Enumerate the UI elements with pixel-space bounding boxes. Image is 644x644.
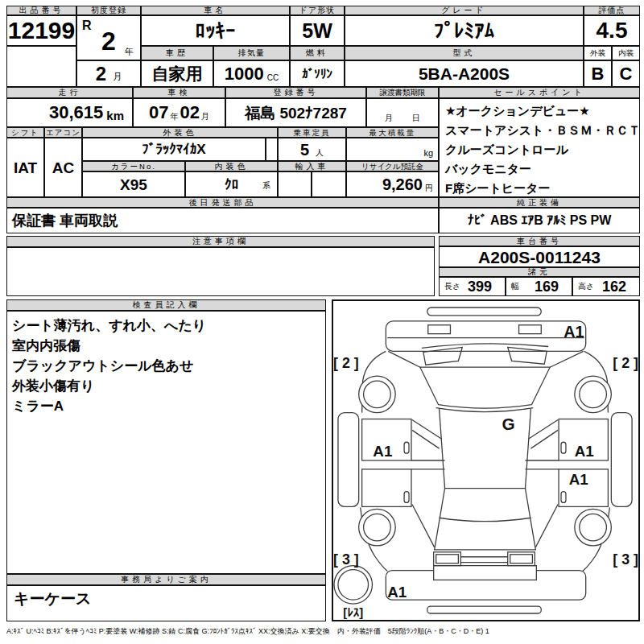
mileage-unit: km	[106, 109, 124, 122]
caution-empty-box	[6, 247, 435, 296]
import-header: 輸入車	[278, 161, 346, 171]
car-name-header: 車名	[141, 6, 290, 15]
fuel-value: ｶﾞｿﾘﾝ	[290, 60, 345, 87]
door-shape-value: 5W	[290, 15, 345, 46]
exterior-grade-value: B	[584, 60, 612, 87]
transfer-day-unit: 日	[412, 114, 420, 122]
inspector-note: ブラックアウトシール色あせ	[12, 356, 193, 376]
inspector-notes-list: シート薄汚れ、すれ小、へたり 室内内張傷 ブラックアウトシール色あせ 外装小傷有…	[6, 311, 326, 574]
capacity-value: 5	[300, 142, 309, 158]
shaken-year: 07	[149, 104, 168, 122]
recycle-deposit-header: リサイクル預託金	[346, 161, 439, 171]
interior-color-header: 内装色	[185, 161, 278, 171]
lot-no-value: 12199	[6, 15, 76, 46]
equipment-header: 純正装備	[439, 197, 640, 208]
displacement-unit: CC	[267, 74, 279, 82]
sales-point: ★オークションデビュー★	[445, 101, 590, 121]
front-left-corner-mark: [ 2 ]	[333, 355, 359, 371]
length-label: 長さ	[444, 283, 460, 291]
inspector-note: シート薄汚れ、すれ小、へたり	[12, 316, 206, 336]
lot-no-empty-cell	[6, 46, 76, 87]
rear-bumper-mark: A1	[387, 584, 407, 601]
color-no-value: X95	[82, 171, 185, 197]
era-mark: R	[82, 19, 92, 32]
later-shipment-value: 保証書 車両取説	[6, 208, 439, 233]
front-bumper-mark: A1	[564, 323, 584, 341]
ac-value: AC	[44, 138, 82, 197]
height-cell: 高さ 162	[572, 277, 640, 296]
score-header: 評価点	[584, 6, 640, 15]
first-registration-year-cell: R 2 年	[76, 15, 141, 60]
length-cell: 長さ 399	[439, 277, 506, 296]
spare-tire-mark: [ﾚｽ]	[343, 606, 363, 619]
registration-no-value: 福島 502ﾅ7287	[225, 98, 366, 127]
exterior-color-empty-cell	[266, 138, 278, 161]
capacity-cell: 5 人	[278, 138, 346, 161]
auction-sheet: 出品番号 12199 初度登録 R 2 年 2 月 車名 ﾛｯｷｰ 車歴 自家用…	[0, 0, 644, 644]
displacement-cell: 1000 CC	[213, 60, 290, 87]
capacity-header: 乗車定員	[278, 127, 346, 138]
sales-point: クルーズコントロール	[445, 140, 568, 159]
fuel-header: 燃料	[290, 46, 345, 60]
import-empty-cell	[278, 171, 312, 197]
width-cell: 幅 169	[506, 277, 572, 296]
mileage-header: 走行	[6, 87, 133, 98]
legend-text: A:ｷｽﾞ U:ﾍｺﾐ B:ｷｽﾞを伴うﾍｺﾐ P:要塗装 W:補修跡 S:錆 …	[6, 626, 642, 637]
recycle-deposit-unit: 円	[425, 184, 433, 192]
right-rear-door-mark: A1	[569, 471, 588, 488]
import-empty-cell	[312, 171, 346, 197]
length-value: 399	[468, 279, 492, 294]
first-registration-year: 2	[101, 28, 116, 54]
registration-no-header: 登録番号	[225, 87, 366, 98]
chassis-no-header: 車台番号	[439, 236, 640, 246]
sales-point: バックモニター	[445, 159, 531, 179]
interior-grade-value: C	[612, 60, 640, 87]
left-front-door-mark: A1	[373, 443, 392, 460]
payload-unit: kg	[423, 149, 433, 158]
interior-color-value: ｸﾛ	[225, 178, 238, 192]
exterior-color-value: ﾌﾞﾗｯｸﾏｲｶX	[82, 138, 266, 161]
inspector-note: 外装小傷有り	[12, 376, 94, 396]
interior-color-suffix: 系	[262, 182, 270, 190]
right-front-door-mark: A1	[575, 443, 594, 460]
mileage-cell: 30,615 km	[6, 98, 133, 127]
sales-points-header: セールスポイント	[439, 87, 640, 98]
ac-header: エアコン	[44, 127, 82, 138]
month-unit: 月	[113, 72, 122, 81]
first-registration-month-cell: 2 月	[76, 60, 141, 87]
windshield-mark: G	[502, 415, 515, 433]
recycle-deposit-value: 9,260	[382, 176, 423, 192]
exterior-color-header: 外装色	[82, 127, 278, 138]
lot-no-header: 出品番号	[6, 6, 76, 15]
car-top-view-diagram: A1 A1 A1 A1 A1 G [ 2 ] [ 2 ] [ 3 ] [ 3 ]…	[333, 301, 638, 620]
payload-header: 最大積載量	[346, 127, 439, 138]
interior-color-cell: ｸﾛ 系	[185, 171, 278, 197]
shaken-year-unit: 年	[171, 113, 179, 121]
score-value: 4.5	[584, 15, 640, 46]
inspector-notes-header: 検査員記入欄	[6, 299, 326, 311]
inspector-note: 室内内張傷	[12, 336, 80, 356]
later-shipment-header: 後日発送部品	[6, 197, 439, 208]
car-history-header: 車歴	[141, 46, 213, 60]
sales-point: スマートアシスト・ＢＳＭ・ＲＣＴＡ	[445, 121, 640, 140]
model-code-header: 型式	[345, 46, 584, 60]
shift-header: シフト	[6, 127, 44, 138]
dimensions-header: 諸元	[439, 267, 640, 277]
shaken-cell: 07 年 02 月	[133, 98, 225, 127]
door-shape-header: ドア形状	[290, 6, 345, 15]
exterior-grade-header: 外装	[584, 46, 612, 60]
displacement-value: 1000	[225, 65, 264, 83]
recycle-deposit-cell: 9,260 円	[346, 171, 439, 197]
shaken-month: 02	[180, 104, 200, 122]
sales-point: F席シートヒーター	[445, 179, 551, 197]
damage-diagram-panel: A1 A1 A1 A1 A1 G [ 2 ] [ 2 ] [ 3 ] [ 3 ]…	[332, 299, 640, 621]
height-value: 162	[602, 279, 626, 294]
front-right-corner-mark: [ 2 ]	[613, 355, 638, 371]
office-notice-header: 事務局よりご案内	[6, 574, 326, 585]
color-no-header: カラーNo.	[82, 161, 185, 171]
rear-left-corner-mark: [ 3 ]	[333, 551, 359, 568]
transfer-month-unit: 月	[385, 114, 393, 122]
grade-header: グレード	[345, 6, 584, 15]
model-code-value: 5BA-A200S	[345, 60, 584, 87]
chassis-no-value: A200S-0011243	[439, 246, 640, 267]
